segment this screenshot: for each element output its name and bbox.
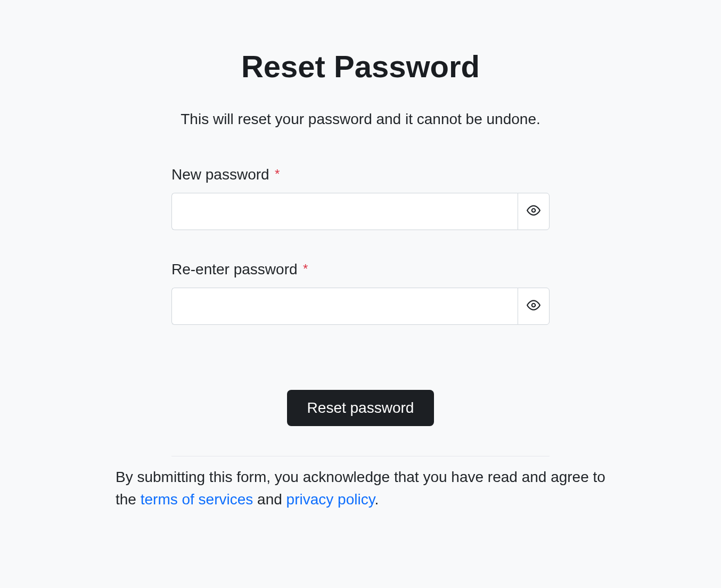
reenter-password-input-row [171, 288, 550, 325]
reenter-password-input[interactable] [171, 288, 518, 325]
reset-password-form: New password * Re-enter password [171, 166, 550, 426]
footer-acknowledgement: By submitting this form, you acknowledge… [116, 466, 605, 511]
new-password-label: New password * [171, 172, 280, 181]
toggle-new-password-visibility-button[interactable] [518, 193, 550, 230]
divider [171, 456, 550, 456]
eye-icon [527, 298, 540, 314]
eye-icon [527, 203, 540, 219]
new-password-label-text: New password [171, 166, 269, 183]
privacy-policy-link[interactable]: privacy policy [286, 491, 375, 508]
reenter-password-group: Re-enter password * [171, 261, 550, 325]
reenter-password-label-text: Re-enter password [171, 261, 298, 278]
reset-password-page: Reset Password This will reset your pass… [105, 0, 616, 532]
new-password-input-row [171, 193, 550, 230]
new-password-group: New password * [171, 166, 550, 230]
reset-password-button[interactable]: Reset password [287, 390, 435, 426]
new-password-input[interactable] [171, 193, 518, 230]
reenter-password-label: Re-enter password * [171, 267, 308, 276]
submit-wrapper: Reset password [171, 356, 550, 426]
required-asterisk: * [303, 262, 308, 276]
footer-middle: and [253, 491, 286, 508]
required-asterisk: * [275, 167, 280, 181]
terms-of-services-link[interactable]: terms of services [141, 491, 253, 508]
page-title: Reset Password [116, 48, 605, 85]
footer-suffix: . [375, 491, 379, 508]
svg-point-0 [532, 209, 536, 213]
toggle-reenter-password-visibility-button[interactable] [518, 288, 550, 325]
svg-point-1 [532, 304, 536, 307]
page-subtitle: This will reset your password and it can… [116, 111, 605, 128]
